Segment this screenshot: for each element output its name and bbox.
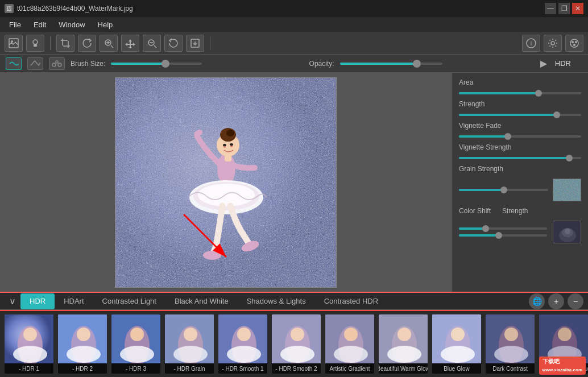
svg-point-84 <box>397 328 411 341</box>
svg-point-2 <box>33 40 38 44</box>
opacity-thumb[interactable] <box>413 60 421 68</box>
preview-hdr3-thumb <box>111 314 160 363</box>
svg-point-73 <box>227 346 261 363</box>
vignette-fade-control: Vignette Fade <box>459 122 581 138</box>
area-slider[interactable] <box>459 92 581 94</box>
brush-tool-1[interactable] <box>6 57 22 70</box>
tab-hdr[interactable]: HDR <box>20 293 55 309</box>
toolbar: i <box>0 32 588 55</box>
brush-size-label: Brush Size: <box>71 60 105 68</box>
info-button[interactable]: i <box>522 35 540 52</box>
redo-button[interactable] <box>164 35 183 52</box>
brush-toolbar: Brush Size: Opacity: ▶ HDR <box>0 55 588 73</box>
preview-hdr2[interactable]: - HDR 2 <box>57 313 108 375</box>
brush-tool-2[interactable] <box>27 57 43 70</box>
svg-point-69 <box>173 346 208 363</box>
tab-shadows-lights[interactable]: Shadows & Lights <box>238 293 315 309</box>
menu-window[interactable]: Window <box>53 19 90 31</box>
svg-point-44 <box>203 251 221 260</box>
opacity-slider[interactable] <box>340 63 442 65</box>
svg-point-23 <box>575 41 577 43</box>
color-strength-thumb[interactable] <box>495 232 502 239</box>
restore-button[interactable]: ❐ <box>558 3 570 14</box>
preview-hdr1-thumb <box>5 314 53 363</box>
menu-file[interactable]: File <box>3 19 27 31</box>
vignette-strength-slider[interactable] <box>459 157 581 159</box>
image-tool-button[interactable] <box>5 35 23 52</box>
vignette-fade-thumb[interactable] <box>504 133 511 140</box>
svg-marker-12 <box>125 39 135 48</box>
preview-hdrgrain-label: - HDR Grain <box>165 363 214 374</box>
strength-fill <box>459 114 557 116</box>
brush-size-thumb[interactable] <box>162 60 169 68</box>
move-tool-button[interactable] <box>121 35 139 52</box>
svg-point-81 <box>334 346 368 363</box>
preview-artistic-thumb <box>325 314 374 363</box>
globe-button[interactable]: 🌐 <box>529 293 545 309</box>
svg-point-24 <box>573 44 575 46</box>
zoom-out-button[interactable] <box>143 35 161 52</box>
tab-contrasted-hdr[interactable]: Contrasted HDR <box>315 293 387 309</box>
hdr-panel-title: HDR <box>555 59 582 68</box>
opacity-slider-container <box>340 63 532 65</box>
svg-point-20 <box>551 42 554 45</box>
effects-button[interactable] <box>565 35 583 52</box>
preview-blue-glow[interactable]: Blue Glow <box>431 313 482 375</box>
title-bar-text: t01c88a263b9f4e4b00_WaterMark.jpg <box>17 5 133 13</box>
svg-point-26 <box>58 63 61 67</box>
svg-point-72 <box>237 328 251 341</box>
color-shift-thumb[interactable] <box>482 225 489 232</box>
strength-thumb[interactable] <box>553 111 560 118</box>
add-preset-button[interactable]: + <box>548 293 564 309</box>
svg-rect-40 <box>225 155 231 161</box>
menu-edit[interactable]: Edit <box>28 19 52 31</box>
brush-tool-3[interactable] <box>49 57 65 70</box>
svg-point-93 <box>494 346 528 363</box>
color-shift-slider[interactable] <box>459 227 547 230</box>
svg-point-57 <box>13 346 47 363</box>
preview-hdr-grain[interactable]: - HDR Grain <box>164 313 215 375</box>
rotate-tool-button[interactable] <box>78 35 96 52</box>
tab-hdart[interactable]: HDArt <box>55 293 93 309</box>
toolbar-separator-1 <box>50 36 51 50</box>
preview-hdr-smooth2[interactable]: - HDR Smooth 2 <box>271 313 322 375</box>
brush-size-slider[interactable] <box>111 63 202 65</box>
color-strength-slider[interactable] <box>459 234 547 237</box>
preview-hdr1[interactable]: - HDR 1 <box>3 313 55 375</box>
grain-preview <box>553 179 581 201</box>
minimize-button[interactable]: — <box>545 3 556 14</box>
settings-button[interactable] <box>544 35 562 52</box>
grain-strength-slider[interactable] <box>459 189 548 191</box>
color-shift-section: Color Shift Strength <box>459 207 581 243</box>
content-area: Area Strength Vignette Fade <box>0 73 588 292</box>
app-wrapper: 🖼 t01c88a263b9f4e4b00_WaterMark.jpg — ❐ … <box>0 0 588 377</box>
grain-thumb[interactable] <box>500 187 507 193</box>
zoom-in-button[interactable] <box>100 35 118 52</box>
grain-row <box>459 179 581 201</box>
crop-tool-button[interactable] <box>56 35 74 52</box>
preview-smooth1-label: - HDR Smooth 1 <box>218 363 267 374</box>
vignette-fade-slider[interactable] <box>459 135 581 138</box>
tab-contrasted-light[interactable]: Contrasted Light <box>93 293 165 309</box>
tab-black-and-white[interactable]: Black And White <box>165 293 238 309</box>
preview-beautiful-warm-glow[interactable]: Beautiful Warm Glow <box>378 313 429 375</box>
collapse-button[interactable]: ∨ <box>5 293 20 309</box>
opacity-label: Opacity: <box>309 60 334 68</box>
close-button[interactable]: ✕ <box>572 3 583 14</box>
menu-bar: File Edit Window Help <box>0 17 588 32</box>
more-options-button[interactable]: ▶ <box>538 58 549 69</box>
preview-dark-contrast[interactable]: Dark Contrast <box>485 313 536 375</box>
export-button[interactable] <box>186 35 204 52</box>
svg-point-88 <box>451 328 465 341</box>
preview-hdr-smooth1[interactable]: - HDR Smooth 1 <box>217 313 268 375</box>
area-thumb[interactable] <box>535 90 542 97</box>
vignette-strength-thumb[interactable] <box>566 155 573 161</box>
menu-help[interactable]: Help <box>92 19 119 31</box>
preview-hdr3[interactable]: - HDR 3 <box>110 313 162 375</box>
canvas-area[interactable] <box>0 73 452 292</box>
preview-smooth2-thumb <box>272 314 321 363</box>
stamp-tool-button[interactable] <box>26 35 44 52</box>
preview-artistic-gradient[interactable]: Artistic Gradient <box>324 313 375 375</box>
strength-slider[interactable] <box>459 114 581 116</box>
remove-preset-button[interactable]: − <box>568 293 583 309</box>
